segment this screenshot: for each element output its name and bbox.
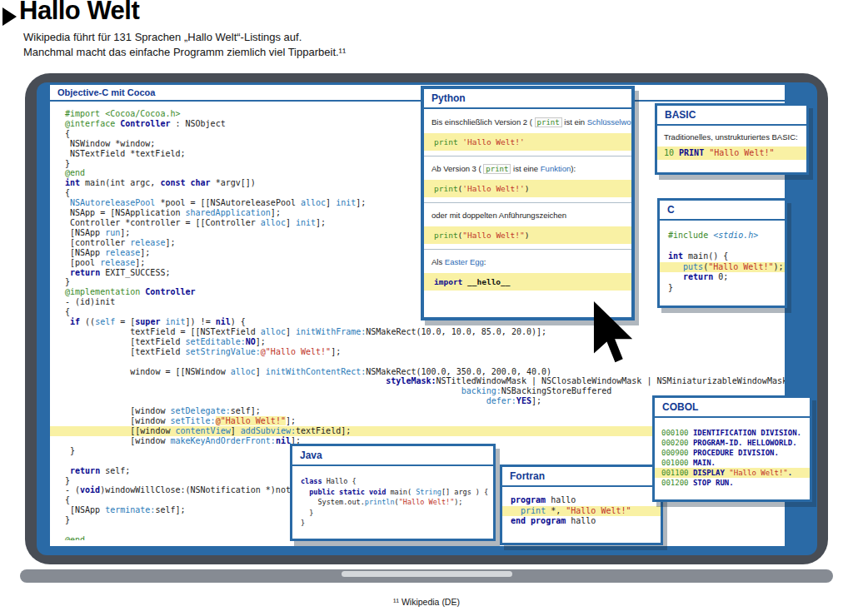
code-line: 000900 PROCEDURE DIVISION. — [655, 448, 810, 458]
code-line: System.out.println("Hallo Welt!"); — [292, 497, 493, 508]
code-segment: } — [65, 277, 70, 286]
cobol-code-listing: 000100 IDENTIFICATION DIVISION.000200 PR… — [655, 418, 810, 488]
code-segment: self; — [100, 466, 130, 475]
code-segment: ]; — [531, 396, 541, 405]
code-segment: [NSApp — [65, 248, 105, 257]
code-line: int main(int argc, const char *argv[]) — [50, 178, 785, 188]
code-segment: return — [70, 466, 100, 475]
code-segment: ]; — [316, 218, 326, 227]
window-java: Java class Hallo { public static void ma… — [290, 444, 496, 541]
code-segment — [668, 272, 683, 281]
code-segment: 001200 — [661, 479, 689, 487]
code-segment: ]) != — [186, 317, 216, 326]
code-segment: oder mit doppelten Anführungszeichen — [431, 211, 566, 220]
basic-window-title: BASIC — [657, 106, 806, 126]
code-segment: ] — [286, 218, 296, 227]
code-line: 001200 STOP RUN. — [655, 478, 810, 488]
code-segment: "Hallo Welt!" — [708, 262, 773, 271]
python-code-line: print('Hallo Welt!') — [424, 180, 631, 197]
code-segment: alloc — [261, 218, 286, 227]
code-segment: ]; — [165, 238, 175, 247]
code-segment: ): — [571, 164, 576, 173]
code-segment: initWithContentRect: — [266, 367, 366, 376]
code-line: 000100 IDENTIFICATION DIVISION. — [655, 428, 810, 438]
code-segment: textField]; — [296, 426, 351, 435]
python-window-title: Python — [424, 89, 631, 109]
code-line: } — [660, 283, 785, 294]
code-segment: [[window — [130, 426, 175, 435]
code-segment: addSubview: — [241, 426, 296, 435]
code-segment: ); — [773, 262, 783, 271]
code-segment: makeKeyAndOrderFront: — [170, 436, 275, 445]
code-segment: [NSApp — [65, 228, 105, 237]
code-line: [textField setStringValue:@"Hallo Welt!"… — [50, 347, 785, 357]
code-segment: initWithFrame: — [296, 327, 366, 336]
page-title: Hallo Welt — [19, 0, 139, 26]
code-segment — [301, 488, 309, 496]
code-segment: alloc — [261, 327, 286, 336]
code-segment: - ( — [65, 485, 80, 494]
code-segment: self]; — [155, 505, 185, 514]
subtitle-line-2: Manchmal macht das einfache Programm zie… — [23, 46, 346, 58]
code-line: { — [50, 307, 785, 317]
code-segment: println — [365, 498, 395, 506]
code-segment: Schlüsselwort — [587, 117, 631, 127]
code-segment — [668, 262, 683, 271]
code-segment: Controller — [120, 119, 170, 128]
mouse-cursor-icon — [593, 301, 635, 363]
code-segment — [511, 506, 521, 515]
code-segment: *, — [546, 506, 566, 515]
code-segment: main( — [386, 488, 416, 496]
code-segment: main() { — [683, 251, 728, 261]
code-segment: 001100 — [661, 469, 689, 477]
fortran-code-listing: program hallo print *, "Hallo Welt!"end … — [502, 487, 661, 527]
code-segment: end program — [511, 516, 566, 525]
code-segment: "Hallo Welt!" — [566, 506, 631, 515]
code-segment: NSMakeRect(10.0, 10.0, 85.0, 20.0)]; — [366, 327, 546, 336]
code-segment: init — [296, 218, 316, 227]
code-segment: hallo — [546, 495, 576, 504]
code-line: if ((self = [super init]) != nil) { — [50, 317, 785, 327]
code-segment: } — [65, 476, 70, 485]
code-segment: } — [301, 519, 305, 527]
code-segment: } — [668, 283, 673, 292]
code-segment: Funktion — [541, 164, 571, 173]
code-segment: 'Hallo Welt!' — [462, 184, 524, 193]
code-segment: { — [65, 129, 70, 138]
code-segment: 000900 — [661, 449, 689, 457]
code-line: { — [50, 188, 785, 198]
window-basic: BASIC Traditionelles, unstrukturiertes B… — [655, 103, 809, 175]
code-segment: public static void — [309, 488, 386, 496]
python-content: Bis einschließlich Version 2 ( print ist… — [424, 109, 631, 291]
subtitle-line-1: Wikipedia führt für 131 Sprachen „Hallo … — [23, 31, 302, 43]
code-segment: NSApp = [NSApplication — [65, 208, 186, 217]
code-segment: Controller *controller = [[Controller — [65, 218, 261, 227]
window-python: Python Bis einschließlich Version 2 ( pr… — [421, 86, 635, 320]
code-segment: IDENTIFICATION DIVISION. — [689, 429, 801, 437]
python-code-line: import __hello__ — [424, 273, 631, 291]
code-line: [textField setEditable:NO]; — [50, 337, 785, 347]
code-line: 10 PRINT "Hallo Welt!" — [657, 147, 806, 160]
code-segment: PRINT — [679, 148, 704, 157]
code-segment: import — [434, 277, 462, 286]
code-segment: ] — [326, 198, 336, 207]
code-segment: = [ — [115, 317, 135, 326]
code-segment: #include — [668, 231, 713, 240]
code-segment: *pool = [[NSAutoreleasePool — [155, 198, 301, 207]
code-segment: @implementation — [65, 287, 145, 296]
code-segment: 000100 — [661, 429, 689, 437]
code-segment: NSTextField *textField; — [65, 149, 186, 158]
code-segment: DISPLAY — [689, 469, 730, 477]
code-segment: @"Hallo Welt!" — [216, 416, 286, 425]
code-segment: void — [80, 485, 100, 494]
code-segment: init — [336, 198, 356, 207]
code-segment: } — [65, 159, 70, 168]
code-line: } — [292, 508, 493, 519]
code-segment: alloc — [231, 367, 256, 376]
basic-code-listing: 10 PRINT "Hallo Welt!" — [657, 147, 806, 160]
c-code-listing: #include <stdio.h> int main() { puts("Ha… — [660, 221, 785, 293]
code-segment: sharedApplication — [186, 208, 271, 217]
code-segment: <stdio.h> — [713, 231, 758, 240]
code-segment: ]; — [256, 337, 266, 346]
code-segment: [NSApp — [65, 505, 105, 514]
